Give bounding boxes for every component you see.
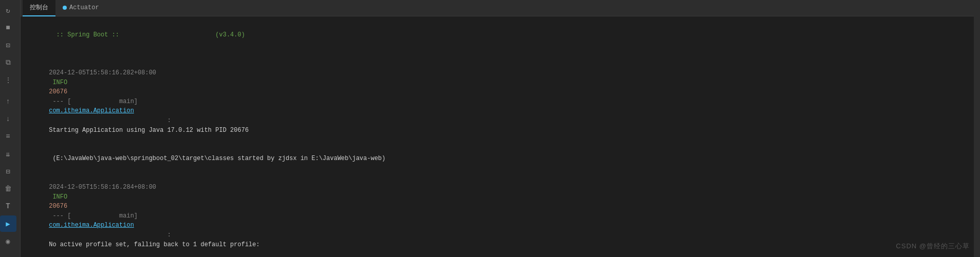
blank-line-1 [27, 49, 968, 59]
text-icon[interactable]: T [0, 198, 16, 214]
globe-icon[interactable]: ◉ [0, 233, 16, 249]
refresh-icon[interactable]: ↻ [0, 2, 16, 18]
align-icon[interactable]: ⇊ [0, 146, 16, 162]
main-panel: 控制台 Actuator :: Spring Boot :: (v3.4.0) … [21, 0, 974, 257]
sidebar: ↻ ■ ⊡ ⧉ ⋮ ↑ ↓ ≡ ⇊ ⊟ 🗑 T ▶ ◉ ⊞ ℹ ⚙ [0, 0, 21, 257]
spring-header-line: :: Spring Boot :: (v3.4.0) [27, 21, 968, 49]
print-icon[interactable]: ⊟ [0, 163, 16, 180]
trash-icon[interactable]: 🗑 [0, 181, 16, 197]
tab-bar: 控制台 Actuator [21, 0, 974, 16]
log-line-1-cont: (E:\JavaWeb\java-web\springboot_02\targe… [27, 145, 968, 173]
lines-icon[interactable]: ≡ [0, 128, 16, 145]
tab-console[interactable]: 控制台 [23, 0, 55, 16]
console-output[interactable]: :: Spring Boot :: (v3.4.0) 2024-12-05T15… [21, 16, 974, 257]
terminal-icon[interactable]: ⊞ [0, 250, 16, 257]
up-icon[interactable]: ↑ [0, 93, 16, 110]
copy-icon[interactable]: ⧉ [0, 54, 16, 71]
down-icon[interactable]: ↓ [0, 111, 16, 127]
run-icon[interactable]: ▶ [0, 215, 16, 232]
log-line-1: 2024-12-05T15:58:16.282+08:00 INFO 20676… [27, 58, 968, 144]
camera-icon[interactable]: ⊡ [0, 37, 16, 53]
log-line-2: 2024-12-05T15:58:16.284+08:00 INFO 20676… [27, 173, 968, 258]
stop-icon[interactable]: ■ [0, 19, 16, 36]
tab-actuator[interactable]: Actuator [55, 0, 106, 16]
more-icon[interactable]: ⋮ [0, 72, 16, 88]
watermark: CSDN @曾经的三心草 [896, 242, 970, 251]
tab-dot [63, 6, 67, 10]
scrollbar[interactable] [974, 0, 980, 257]
